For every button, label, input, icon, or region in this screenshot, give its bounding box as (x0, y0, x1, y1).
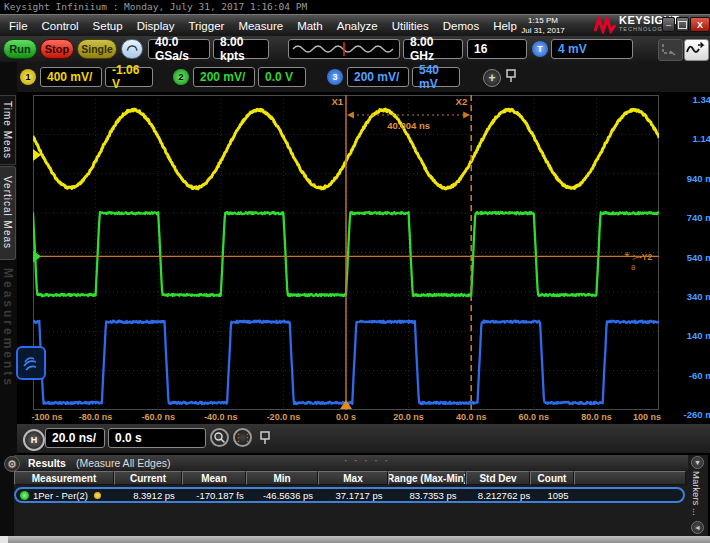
volt-tick-label: -260 mV (664, 409, 710, 420)
column-header-range-max-min-[interactable]: Range (Max-Min) (388, 471, 466, 485)
volt-tick-label: 540 mV (664, 252, 710, 263)
channel-2-scale-field[interactable]: 200 mV/ (193, 67, 255, 87)
column-header-max[interactable]: Max (318, 471, 388, 485)
scope-canvas[interactable]: X1X240.004 ns*≻-Y28 (33, 95, 659, 410)
channel-3-offset-field[interactable]: 540 mV (412, 67, 460, 87)
volt-tick-label: 1.34 V (664, 94, 710, 105)
expand-icon[interactable]: ◂ (691, 521, 704, 534)
horizontal-badge[interactable]: H (23, 429, 45, 451)
averages-field[interactable]: 16 (467, 39, 527, 59)
channel-2-badge[interactable]: 2 (173, 69, 189, 85)
oscilloscope-app: Keysight Infiniium : Monday, July 31, 20… (0, 0, 710, 543)
time-tick-label: 0.0 s (336, 412, 356, 422)
trigger-level-field[interactable]: 4 mV (551, 39, 633, 59)
warning-dot-icon (94, 492, 101, 499)
position-field[interactable]: 0.0 s (108, 428, 206, 448)
add-waveform-button[interactable]: + (483, 69, 501, 87)
column-header-measurement[interactable]: Measurement (14, 471, 114, 485)
time-tick-label: -60.0 ns (141, 412, 175, 422)
minimize-button[interactable]: – (662, 17, 675, 32)
measurement-value-cell: 83.7353 ps (394, 489, 472, 501)
stop-button[interactable]: Stop (40, 39, 74, 59)
time-tick-label: -100 ns (31, 412, 62, 422)
pin-icon[interactable] (258, 429, 272, 451)
window-title: Keysight Infiniium : Monday, July 31, 20… (0, 0, 710, 14)
svg-text:X1: X1 (331, 96, 343, 107)
waveform-display: X1X240.004 ns*≻-Y28 1.34 V1.14 V940 mV74… (17, 92, 710, 424)
channel-1-scale-field[interactable]: 400 mV/ (40, 67, 102, 87)
hand-icon (21, 352, 41, 374)
column-header-mean[interactable]: Mean (182, 471, 246, 485)
column-header-current[interactable]: Current (114, 471, 182, 485)
svg-text:*: * (624, 248, 630, 265)
memory-depth-field[interactable]: 8.00 kpts (213, 39, 269, 59)
menu-item-analyze[interactable]: Analyze (330, 15, 385, 37)
menu-item-control[interactable]: Control (35, 15, 86, 37)
channel-controls: 1 400 mV/ -1.06 V 2 200 mV/ 0.0 V 3 200 … (17, 62, 710, 92)
markers-tab-label[interactable]: Markers ... (691, 471, 702, 516)
results-panel: Results (Measure All Edges) · · · · · Me… (14, 455, 688, 536)
menu-item-math[interactable]: Math (290, 15, 330, 37)
tab-vertical-meas[interactable]: Vertical Meas (0, 166, 16, 260)
waveform-preview[interactable] (288, 39, 400, 59)
results-table: MeasurementCurrentMeanMinMaxRange (Max-M… (14, 470, 688, 536)
measurement-value-cell: -46.5636 ps (252, 489, 324, 501)
menu-item-utilities[interactable]: Utilities (385, 15, 436, 37)
status-ok-icon (20, 491, 29, 500)
markers-drawer: ▾ Markers ... ◂ (688, 455, 708, 536)
menu-items: FileControlSetupDisplayTriggerMeasureMat… (2, 15, 524, 37)
time-tick-label: -20.0 ns (267, 412, 301, 422)
sample-rate-field[interactable]: 40.0 GSa/s (148, 39, 210, 59)
measurement-value-cell: 8.3912 ps (120, 489, 188, 501)
channel-3-scale-field[interactable]: 200 mV/ (347, 67, 409, 87)
region-select-icon[interactable] (658, 39, 683, 61)
clock: 1:15 PM Jul 31, 2017 (512, 16, 574, 36)
touch-icon[interactable]: ◠ (121, 39, 143, 59)
run-button[interactable]: Run (3, 39, 37, 59)
measurement-drag-handle[interactable] (16, 346, 46, 380)
waveform-preview-icon (289, 40, 399, 58)
menu-item-file[interactable]: File (2, 15, 35, 37)
time-tick-label: -40.0 ns (204, 412, 238, 422)
results-subtitle: (Measure All Edges) (76, 457, 171, 469)
column-header-min[interactable]: Min (246, 471, 318, 485)
tab-time-meas[interactable]: Time Meas (0, 95, 16, 165)
time-tick-label: 80.0 ns (581, 412, 612, 422)
pin-icon[interactable] (504, 67, 518, 89)
measurements-watermark: Measurements (1, 268, 15, 543)
channel-3-badge[interactable]: 3 (327, 69, 343, 85)
drag-dots[interactable]: · · · · · (344, 455, 390, 466)
column-header-std-dev[interactable]: Std Dev (466, 471, 530, 485)
column-header-filler (574, 471, 686, 485)
results-settings-gear-icon[interactable]: ⚙ (4, 456, 20, 472)
bandwidth-field[interactable]: 8.00 GHz (403, 39, 463, 59)
timebase-field[interactable]: 20.0 ns/ (45, 428, 105, 448)
measurement-name-cell: 1Per - Per(2) (16, 489, 120, 501)
close-button[interactable]: X (690, 17, 710, 32)
single-button[interactable]: Single (77, 39, 117, 59)
svg-text:40.004 ns: 40.004 ns (387, 120, 430, 131)
results-selected-row[interactable]: 1Per - Per(2)8.3912 ps-170.187 fs-46.563… (14, 487, 685, 503)
menu-item-trigger[interactable]: Trigger (181, 15, 231, 37)
collapse-icon[interactable]: ▾ (691, 456, 704, 469)
channel-1-badge[interactable]: 1 (20, 69, 36, 85)
waveform-nav-icon[interactable] (684, 39, 709, 61)
measurement-value-cell: 8.212762 ps (472, 489, 536, 501)
channel-1-offset-field[interactable]: -1.06 V (105, 67, 153, 87)
time-tick-label: 60.0 ns (519, 412, 550, 422)
maximize-button[interactable] (676, 17, 689, 32)
channel-2-offset-field[interactable]: 0.0 V (258, 67, 306, 87)
volt-tick-label: 740 mV (664, 212, 710, 223)
zoom-icon[interactable] (210, 428, 229, 447)
volt-tick-label: 940 mV (664, 173, 710, 184)
acquisition-dots-icon[interactable]: ⋮⋮ (233, 428, 252, 447)
menu-item-setup[interactable]: Setup (86, 15, 130, 37)
menu-item-display[interactable]: Display (130, 15, 182, 37)
volt-tick-label: 340 mV (664, 291, 710, 302)
trigger-badge[interactable]: T (532, 41, 548, 57)
menu-item-demos[interactable]: Demos (436, 15, 486, 37)
horizontal-controls: H 20.0 ns/ 0.0 s ⋮⋮ (17, 424, 710, 453)
volt-tick-label: 1.14 V (664, 133, 710, 144)
column-header-count[interactable]: Count (530, 471, 574, 485)
menu-item-measure[interactable]: Measure (231, 15, 290, 37)
